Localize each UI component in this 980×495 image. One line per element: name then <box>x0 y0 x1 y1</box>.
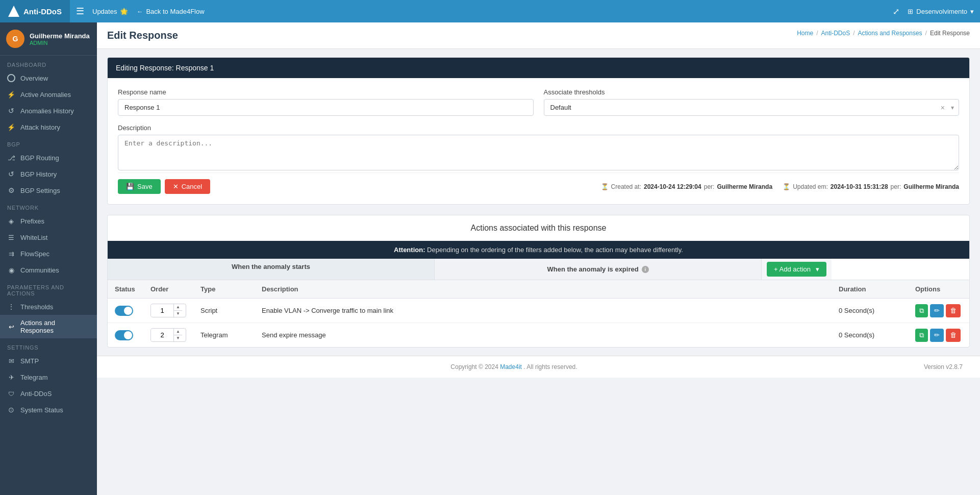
updates-button[interactable]: Updates 🌟 <box>92 8 128 15</box>
table-row: ▲ ▼ Telegram Send expire message 0 Secon… <box>108 323 969 348</box>
sidebar-item-whitelist[interactable]: WhiteList <box>0 229 97 245</box>
server-dropdown-icon: ▾ <box>970 8 974 15</box>
actions-section: Actions associated with this response At… <box>107 215 970 348</box>
cell-description: Send expire message <box>255 323 832 348</box>
description-textarea[interactable] <box>118 135 959 170</box>
status-toggle[interactable] <box>115 330 133 340</box>
add-action-button[interactable]: + Add action ▾ <box>767 262 826 277</box>
status-toggle[interactable] <box>115 306 133 316</box>
user-section: G Guilherme Miranda ADMIN <box>0 22 97 56</box>
telegram-icon <box>7 373 15 381</box>
sidebar-item-anomalies-history[interactable]: Anomalies History <box>0 103 97 119</box>
cancel-button[interactable]: ✕ Cancel <box>165 179 210 194</box>
sidebar-item-label: Anti-DDoS <box>20 390 52 398</box>
sidebar-item-flowspec[interactable]: FlowSpec <box>0 245 97 262</box>
response-name-input[interactable] <box>118 99 534 116</box>
spinner-down[interactable]: ▼ <box>174 335 182 341</box>
communities-icon <box>7 266 15 274</box>
order-input[interactable] <box>151 305 173 316</box>
hourglass-icon2: ⏳ <box>783 183 790 190</box>
anomalies-history-icon <box>7 107 15 115</box>
copy-button[interactable]: ⧉ <box>915 304 928 317</box>
sidebar-item-label: Prefixes <box>20 217 44 225</box>
sidebar-item-prefixes[interactable]: Prefixes <box>0 213 97 229</box>
cell-options: ⧉ ✏ 🗑 <box>908 299 969 323</box>
action-buttons: 💾 Save ✕ Cancel <box>118 179 210 194</box>
associate-thresholds-input[interactable] <box>544 99 960 116</box>
server-selector[interactable]: ⊞ Desenvolvimento ▾ <box>908 8 974 15</box>
user-info: Guilherme Miranda ADMIN <box>30 32 90 46</box>
cell-status <box>108 323 143 348</box>
meta-updated-label: Updated em: <box>793 183 828 190</box>
smtp-icon <box>7 357 15 365</box>
spinner-up[interactable]: ▲ <box>174 304 182 311</box>
sidebar-item-anti-ddos[interactable]: Anti-DDoS <box>0 385 97 402</box>
flowspec-icon <box>7 250 15 258</box>
sidebar-item-bgp-routing[interactable]: BGP Routing <box>0 150 97 166</box>
order-input[interactable] <box>151 329 173 341</box>
sidebar-item-overview[interactable]: Overview <box>0 70 97 86</box>
sidebar-item-label: Attack history <box>20 123 60 131</box>
hamburger-icon[interactable]: ☰ <box>76 6 84 17</box>
main-content: Edit Response Home / Anti-DDoS / Actions… <box>97 22 980 495</box>
breadcrumb-home[interactable]: Home <box>797 30 813 37</box>
sidebar-item-attack-history[interactable]: Attack history <box>0 119 97 135</box>
col-header-description: Description <box>255 280 832 299</box>
breadcrumb-anti-ddos[interactable]: Anti-DDoS <box>821 30 850 37</box>
app-logo[interactable]: Anti-DDoS <box>0 0 70 22</box>
meta-created-user: Guilherme Miranda <box>717 183 772 190</box>
spinner-up[interactable]: ▲ <box>174 329 182 335</box>
footer: Copyright © 2024 Made4it . All rights re… <box>97 356 980 378</box>
edit-button[interactable]: ✏ <box>930 329 944 342</box>
cancel-icon: ✕ <box>173 183 179 190</box>
sidebar-item-label: BGP History <box>20 170 57 178</box>
anti-ddos-icon <box>7 389 15 398</box>
cell-type: Script <box>193 299 255 323</box>
sidebar-section-bgp: BGP <box>0 135 97 150</box>
select-arrow-icon[interactable]: ▾ <box>951 104 954 111</box>
sidebar-item-bgp-settings[interactable]: BGP Settings <box>0 182 97 199</box>
sidebar-item-thresholds[interactable]: Thresholds <box>0 299 97 315</box>
copy-button[interactable]: ⧉ <box>915 329 928 342</box>
footer-brand[interactable]: Made4it <box>500 363 522 370</box>
delete-button[interactable]: 🗑 <box>946 329 961 342</box>
breadcrumb-actions-responses[interactable]: Actions and Responses <box>858 30 922 37</box>
form-row-top: Response name Associate thresholds × ▾ <box>118 88 959 116</box>
cell-duration: 0 Second(s) <box>832 299 908 323</box>
server-label: Desenvolvimento <box>916 8 967 15</box>
col-header-duration: Duration <box>832 280 908 299</box>
sidebar-item-communities[interactable]: Communities <box>0 262 97 278</box>
sidebar-item-actions-responses[interactable]: Actions and Responses <box>0 315 97 338</box>
sidebar-item-bgp-history[interactable]: BGP History <box>0 166 97 182</box>
select-clear-icon[interactable]: × <box>941 104 945 112</box>
table-row: ▲ ▼ Script Enable VLAN -> Converge traff… <box>108 299 969 323</box>
sidebar-item-smtp[interactable]: SMTP <box>0 353 97 369</box>
topbar: Anti-DDoS ☰ Updates 🌟 Back to Made4Flow … <box>0 0 980 22</box>
col-header-options: Options <box>908 280 969 299</box>
order-input-wrap: ▲ ▼ <box>150 304 186 317</box>
edit-button[interactable]: ✏ <box>930 304 944 317</box>
sidebar-item-system-status[interactable]: System Status <box>0 402 97 418</box>
order-input-wrap: ▲ ▼ <box>150 328 186 342</box>
topbar-right: ⤢ ⊞ Desenvolvimento ▾ <box>893 7 974 16</box>
edit-response-card: Editing Response: Response 1 Response na… <box>107 57 970 205</box>
expand-icon[interactable]: ⤢ <box>893 7 899 16</box>
app-name: Anti-DDoS <box>23 7 62 16</box>
sidebar-item-label: Telegram <box>20 374 47 381</box>
cell-duration: 0 Second(s) <box>832 323 908 348</box>
back-button[interactable]: Back to Made4Flow <box>136 8 204 15</box>
save-button[interactable]: 💾 Save <box>118 179 161 194</box>
cell-description: Enable VLAN -> Converge traffic to main … <box>255 299 832 323</box>
sidebar-item-active-anomalies[interactable]: Active Anomalies <box>0 86 97 103</box>
sidebar-section-dashboard: Dashboard <box>0 56 97 70</box>
sidebar-item-label: SMTP <box>20 357 39 365</box>
breadcrumb: Home / Anti-DDoS / Actions and Responses… <box>797 30 970 44</box>
sidebar-item-telegram[interactable]: Telegram <box>0 369 97 385</box>
whitelist-icon <box>7 233 15 241</box>
topbar-center: Updates 🌟 Back to Made4Flow <box>92 8 893 15</box>
spinner-down[interactable]: ▼ <box>174 311 182 317</box>
user-role: ADMIN <box>30 40 90 46</box>
content-area: Editing Response: Response 1 Response na… <box>97 49 980 356</box>
delete-button[interactable]: 🗑 <box>946 304 961 317</box>
info-icon[interactable]: i <box>642 266 649 273</box>
